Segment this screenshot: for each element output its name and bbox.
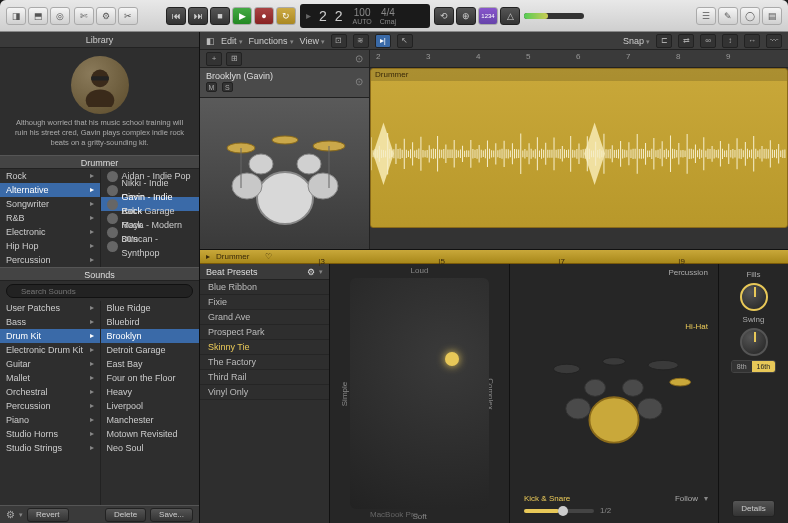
drum-kit-selector[interactable]: Percussion Hi-Hat Kick & Snare Follow ▾ <box>510 264 718 523</box>
list-item[interactable]: Percussion▸ <box>0 399 100 413</box>
list-item[interactable]: Brooklyn <box>101 329 200 343</box>
list-item[interactable]: Studio Horns▸ <box>0 427 100 441</box>
list-item[interactable]: Manchester <box>101 413 200 427</box>
inspector-icon[interactable]: ◧ <box>206 36 215 46</box>
preset-item[interactable]: Grand Ave <box>200 310 329 325</box>
list-item[interactable]: Songwriter▸ <box>0 197 100 211</box>
follow-chevron-icon[interactable]: ▾ <box>704 494 708 503</box>
list-item[interactable]: Percussion▸ <box>0 253 100 267</box>
list-item[interactable]: Heavy <box>101 385 200 399</box>
media-browser-icon[interactable]: ▤ <box>762 7 782 25</box>
pointer-tool-icon[interactable]: ↖ <box>397 34 413 48</box>
swing-knob[interactable] <box>740 328 768 356</box>
snap-menu[interactable]: Snap▾ <box>623 36 650 46</box>
list-item[interactable]: Bluebird <box>101 315 200 329</box>
forward-icon[interactable]: ⏭ <box>188 7 208 25</box>
settings-icon[interactable]: ⚙ <box>96 7 116 25</box>
mixer-icon[interactable]: ⬒ <box>28 7 48 25</box>
list-item[interactable]: Studio Strings▸ <box>0 441 100 455</box>
editor-ruler[interactable]: ▸ Drummer ♡ |3|5|7|9 <box>200 250 788 264</box>
zoom-h-icon[interactable]: ↔ <box>744 34 760 48</box>
swing-option[interactable]: 8th <box>732 361 752 372</box>
mute-button[interactable]: M <box>206 82 217 92</box>
list-item[interactable]: Rock▸ <box>0 169 100 183</box>
list-item[interactable]: Mallet▸ <box>0 371 100 385</box>
list-item[interactable]: Neo Soul <box>101 441 200 455</box>
editors-icon[interactable]: ✄ <box>74 7 94 25</box>
list-item[interactable]: Orchestral▸ <box>0 385 100 399</box>
list-item[interactable]: East Bay <box>101 357 200 371</box>
xy-pad[interactable]: Loud Soft Simple Complex <box>330 264 510 523</box>
drag-mode-icon[interactable]: ⇄ <box>678 34 694 48</box>
notepad-icon[interactable]: ✎ <box>718 7 738 25</box>
list-item[interactable]: Motown Revisited <box>101 427 200 441</box>
swing-option[interactable]: 16th <box>752 361 776 372</box>
smart-controls-icon[interactable]: ◎ <box>50 7 70 25</box>
metronome-icon[interactable]: △ <box>500 7 520 25</box>
list-item[interactable]: Guitar▸ <box>0 357 100 371</box>
preset-item[interactable]: Vinyl Only <box>200 385 329 400</box>
details-button[interactable]: Details <box>732 500 774 517</box>
preset-item[interactable]: Prospect Park <box>200 325 329 340</box>
list-item[interactable]: Alternative▸ <box>0 183 100 197</box>
freeze-icon[interactable]: ⊙ <box>355 76 363 87</box>
list-item[interactable]: Hip Hop▸ <box>0 239 100 253</box>
zoom-v-icon[interactable]: ↕ <box>722 34 738 48</box>
tuner-icon[interactable]: ⊕ <box>456 7 476 25</box>
swing-resolution-segment[interactable]: 8th16th <box>731 360 776 373</box>
search-sounds-input[interactable] <box>6 284 193 298</box>
preset-item[interactable]: Fixie <box>200 295 329 310</box>
duplicate-track-button[interactable]: ⊞ <box>226 52 242 66</box>
timeline-ruler[interactable]: 23456789 <box>370 50 788 68</box>
instrument-preview[interactable] <box>200 98 369 248</box>
preset-item[interactable]: Skinny Tie <box>200 340 329 355</box>
list-item[interactable]: Blue Ridge <box>101 301 200 315</box>
xy-puck[interactable] <box>445 352 459 366</box>
snap-mode-icon[interactable]: ⊏ <box>656 34 672 48</box>
list-item[interactable]: Duncan - Synthpop <box>101 239 200 253</box>
preset-item[interactable]: Blue Ribbon <box>200 280 329 295</box>
list-item[interactable]: Piano▸ <box>0 413 100 427</box>
list-item[interactable]: Drum Kit▸ <box>0 329 100 343</box>
list-item[interactable]: R&B▸ <box>0 211 100 225</box>
solo-button[interactable]: S <box>222 82 233 92</box>
flex-icon[interactable]: ≋ <box>353 34 369 48</box>
record-icon[interactable]: ● <box>254 7 274 25</box>
link-icon[interactable]: ∞ <box>700 34 716 48</box>
preset-gear-icon[interactable]: ⚙ <box>307 267 315 277</box>
add-track-button[interactable]: + <box>206 52 222 66</box>
gear-icon[interactable]: ⚙ <box>6 509 15 520</box>
functions-menu[interactable]: Functions▾ <box>249 36 294 46</box>
replace-icon[interactable]: ⟲ <box>434 7 454 25</box>
track-header[interactable]: Brooklyn (Gavin) M S ⊙ <box>200 68 369 98</box>
library-toggle-icon[interactable]: ◨ <box>6 7 26 25</box>
list-item[interactable]: Electronic▸ <box>0 225 100 239</box>
edit-menu[interactable]: Edit▾ <box>221 36 243 46</box>
lcd-display[interactable]: ▸ 2 2 100AUTO 4/4Cmaj <box>300 4 430 28</box>
save-button[interactable]: Save... <box>150 508 193 522</box>
fills-knob[interactable] <box>740 283 768 311</box>
arrange-area[interactable]: 23456789 Drummer <box>370 50 788 249</box>
list-item[interactable]: Bass▸ <box>0 315 100 329</box>
list-item[interactable]: Electronic Drum Kit▸ <box>0 343 100 357</box>
scissors-icon[interactable]: ✂ <box>118 7 138 25</box>
play-icon[interactable]: ▶ <box>232 7 252 25</box>
drummer-region[interactable]: Drummer <box>370 68 788 228</box>
automation-icon[interactable]: ⊡ <box>331 34 347 48</box>
preset-item[interactable]: Third Rail <box>200 370 329 385</box>
count-in-button[interactable]: 1234 <box>478 7 498 25</box>
list-item[interactable]: Liverpool <box>101 399 200 413</box>
list-item[interactable]: Detroit Garage <box>101 343 200 357</box>
global-tracks-icon[interactable]: ⊙ <box>355 53 363 64</box>
list-item[interactable]: User Patches▸ <box>0 301 100 315</box>
kick-snare-slider[interactable] <box>524 509 594 513</box>
revert-button[interactable]: Revert <box>27 508 69 522</box>
master-volume[interactable] <box>524 13 584 19</box>
delete-button[interactable]: Delete <box>105 508 146 522</box>
waveform-zoom-icon[interactable]: 〰 <box>766 34 782 48</box>
goto-icon[interactable]: ▸ <box>306 10 311 21</box>
view-menu[interactable]: View▾ <box>300 36 325 46</box>
rewind-icon[interactable]: ⏮ <box>166 7 186 25</box>
list-editors-icon[interactable]: ☰ <box>696 7 716 25</box>
loops-browser-icon[interactable]: ◯ <box>740 7 760 25</box>
